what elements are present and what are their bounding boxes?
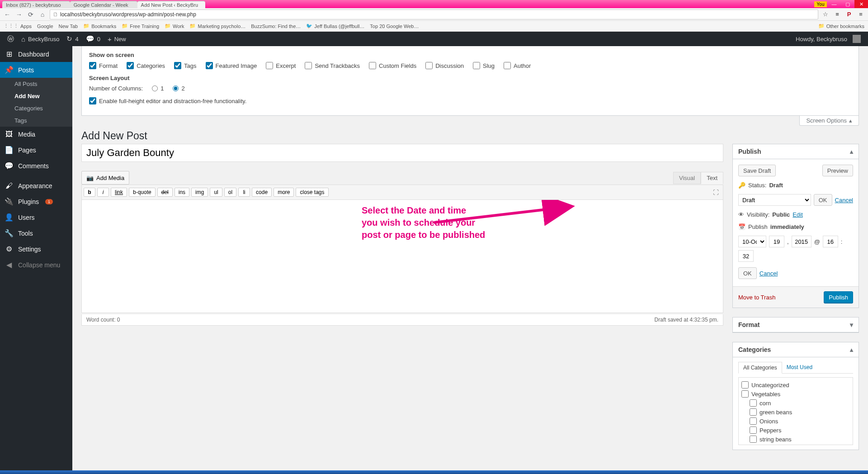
day-input[interactable] bbox=[769, 236, 784, 247]
quicktag-button[interactable]: del bbox=[157, 188, 173, 197]
fullheight-check[interactable]: Enable full-height editor and distractio… bbox=[89, 97, 246, 104]
star-icon[interactable]: ☆ bbox=[821, 11, 830, 18]
comments-link[interactable]: 💬0 bbox=[82, 35, 104, 43]
submenu-categories[interactable]: Categories bbox=[0, 102, 72, 114]
window-close[interactable]: ✕ bbox=[854, 0, 868, 8]
collapse-menu[interactable]: ◀Collapse menu bbox=[0, 257, 72, 273]
browser-tab-active[interactable]: Add New Post ‹ BeckyBru bbox=[137, 1, 205, 8]
bookmark-item[interactable]: 🐦Jeff Bullas (@jeffbull… bbox=[306, 23, 364, 29]
screen-option-check[interactable]: Author bbox=[504, 62, 531, 69]
site-name[interactable]: ⌂BeckyBruso bbox=[18, 35, 63, 43]
browser-tab[interactable]: Google Calendar - Week bbox=[70, 1, 137, 8]
menu-settings[interactable]: ⚙Settings bbox=[0, 241, 72, 257]
category-list[interactable]: Uncategorized Vegetables corngreen beans… bbox=[738, 377, 853, 445]
pinterest-icon[interactable]: P bbox=[844, 11, 854, 18]
bookmark-folder[interactable]: 📁Bookmarks bbox=[83, 23, 116, 29]
submenu-add-new[interactable]: Add New bbox=[0, 90, 72, 102]
bookmark-item[interactable]: BuzzSumo: Find the… bbox=[251, 24, 301, 29]
content-textarea[interactable] bbox=[81, 200, 723, 313]
updates-link[interactable]: ↻4 bbox=[63, 35, 82, 43]
quicktag-button[interactable]: more bbox=[274, 188, 294, 197]
year-input[interactable] bbox=[792, 236, 811, 247]
category-item[interactable]: Peppers bbox=[750, 426, 850, 435]
screen-option-check[interactable]: Send Trackbacks bbox=[305, 62, 360, 69]
bookmark-item[interactable]: Google bbox=[37, 24, 53, 29]
columns-radio-2[interactable]: 2 bbox=[173, 85, 184, 92]
menu-posts[interactable]: 📌Posts bbox=[0, 62, 72, 78]
minute-input[interactable] bbox=[738, 250, 754, 262]
columns-radio-1[interactable]: 1 bbox=[152, 85, 164, 92]
screen-options-tab[interactable]: Screen Options ▴ bbox=[799, 116, 859, 126]
quicktag-button[interactable]: img bbox=[191, 188, 208, 197]
url-input[interactable]: 🗋localhost/beckybruso/wordpress/wp-admin… bbox=[50, 9, 818, 19]
nav-forward-icon[interactable]: → bbox=[14, 10, 24, 19]
publish-button[interactable]: Publish bbox=[824, 291, 853, 303]
nav-home-icon[interactable]: ⌂ bbox=[38, 10, 47, 19]
window-minimize[interactable]: — bbox=[827, 0, 841, 8]
post-title-input[interactable] bbox=[81, 144, 723, 162]
browser-tab[interactable]: Inbox (827) - beckybruso bbox=[2, 1, 70, 8]
category-item[interactable]: tomatoes bbox=[750, 444, 850, 445]
screen-option-check[interactable]: Tags bbox=[174, 62, 196, 69]
schedule-cancel-link[interactable]: Cancel bbox=[760, 270, 778, 277]
category-item[interactable]: Onions bbox=[750, 417, 850, 426]
quicktag-button[interactable]: li bbox=[238, 188, 250, 197]
quicktag-button[interactable]: close tags bbox=[296, 188, 328, 197]
other-bookmarks[interactable]: 📁Other bookmarks bbox=[818, 23, 864, 29]
chevron-up-icon[interactable]: ▴ bbox=[850, 148, 853, 155]
tab-all-categories[interactable]: All Categories bbox=[738, 362, 782, 374]
quicktag-button[interactable]: b-quote bbox=[129, 188, 156, 197]
category-item[interactable]: Uncategorized bbox=[741, 380, 850, 389]
screen-option-check[interactable]: Format bbox=[89, 62, 118, 69]
quicktag-button[interactable]: b bbox=[84, 188, 95, 197]
category-item[interactable]: Vegetables bbox=[741, 389, 850, 398]
screen-option-check[interactable]: Custom Fields bbox=[369, 62, 416, 69]
buffer-icon[interactable]: ≡ bbox=[833, 11, 842, 18]
bookmark-folder[interactable]: 📁Work bbox=[165, 23, 184, 29]
quicktag-button[interactable]: i bbox=[97, 188, 109, 197]
submenu-all-posts[interactable]: All Posts bbox=[0, 78, 72, 90]
tab-text[interactable]: Text bbox=[701, 172, 723, 184]
category-item[interactable]: corn bbox=[750, 398, 850, 408]
screen-option-check[interactable]: Discussion bbox=[425, 62, 464, 69]
quicktag-button[interactable]: code bbox=[252, 188, 272, 197]
status-select[interactable]: Draft bbox=[738, 194, 811, 206]
visibility-edit-link[interactable]: Edit bbox=[793, 211, 802, 218]
bookmark-folder[interactable]: 📁Free Training bbox=[122, 23, 159, 29]
you-badge[interactable]: You bbox=[814, 0, 827, 8]
menu-pages[interactable]: 📄Pages bbox=[0, 142, 72, 158]
fullscreen-icon[interactable]: ⛶ bbox=[710, 187, 721, 198]
hour-input[interactable] bbox=[823, 236, 838, 247]
save-draft-button[interactable]: Save Draft bbox=[738, 165, 776, 176]
status-cancel-link[interactable]: Cancel bbox=[835, 197, 853, 204]
quicktag-button[interactable]: ol bbox=[224, 188, 236, 197]
tab-most-used[interactable]: Most Used bbox=[782, 362, 817, 373]
screen-option-check[interactable]: Featured Image bbox=[206, 62, 257, 69]
menu-dashboard[interactable]: ⊞Dashboard bbox=[0, 46, 72, 62]
bookmark-item[interactable]: Top 20 Google Web… bbox=[370, 24, 419, 29]
screen-option-check[interactable]: Slug bbox=[473, 62, 495, 69]
chevron-up-icon[interactable]: ▴ bbox=[850, 346, 853, 353]
quicktag-button[interactable]: link bbox=[111, 188, 127, 197]
menu-comments[interactable]: 💬Comments bbox=[0, 158, 72, 174]
tab-visual[interactable]: Visual bbox=[673, 172, 701, 184]
bookmark-folder[interactable]: 📁Marketing psycholo… bbox=[189, 23, 245, 29]
nav-reload-icon[interactable]: ⟳ bbox=[26, 10, 35, 19]
screen-option-check[interactable]: Excerpt bbox=[266, 62, 296, 69]
quicktag-button[interactable]: ins bbox=[175, 188, 189, 197]
bookmark-item[interactable]: New Tab bbox=[59, 24, 78, 29]
category-item[interactable]: string beans bbox=[750, 435, 850, 444]
month-select[interactable]: 10-Oct bbox=[738, 236, 766, 247]
submenu-tags[interactable]: Tags bbox=[0, 114, 72, 127]
menu-media[interactable]: 🖼Media bbox=[0, 127, 72, 142]
menu-plugins[interactable]: 🔌Plugins1 bbox=[0, 194, 72, 209]
move-to-trash-link[interactable]: Move to Trash bbox=[738, 294, 775, 301]
preview-button[interactable]: Preview bbox=[822, 165, 853, 176]
menu-appearance[interactable]: 🖌Appearance bbox=[0, 178, 72, 194]
new-link[interactable]: +New bbox=[104, 35, 130, 43]
category-item[interactable]: green beans bbox=[750, 408, 850, 417]
menu-tools[interactable]: 🔧Tools bbox=[0, 225, 72, 241]
schedule-ok-button[interactable]: OK bbox=[738, 267, 757, 279]
add-media-button[interactable]: 📷Add Media bbox=[81, 171, 129, 185]
menu-icon[interactable]: ≡ bbox=[856, 11, 865, 18]
